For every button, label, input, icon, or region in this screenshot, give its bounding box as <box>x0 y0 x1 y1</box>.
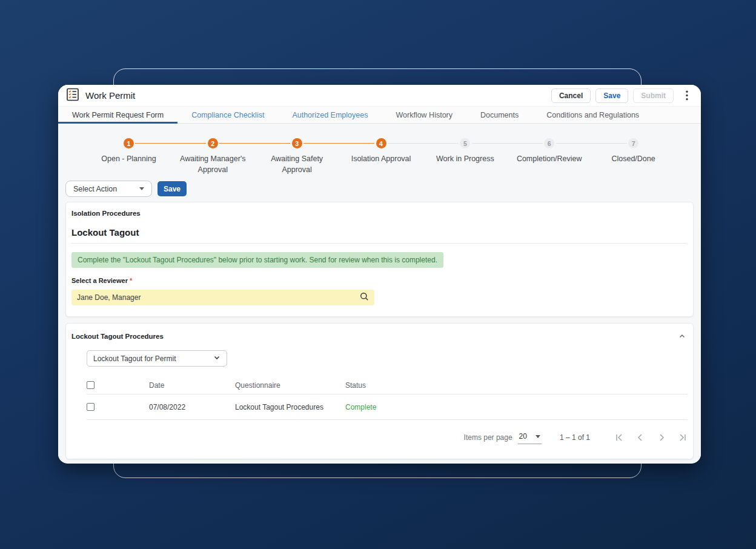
step-label: Completion/Review <box>517 153 582 164</box>
stepper-step-3: 3 Awaiting Safety Approval <box>255 138 339 175</box>
chevron-down-icon <box>213 354 220 363</box>
row-checkbox[interactable] <box>87 403 94 411</box>
header-actions: Cancel Save Submit <box>551 88 693 103</box>
tab-bar: Work Permit Request Form Compliance Chec… <box>58 107 701 124</box>
first-page-icon[interactable] <box>614 433 624 442</box>
tab-documents[interactable]: Documents <box>466 107 532 123</box>
page-title: Work Permit <box>85 90 135 101</box>
stepper-step-6: 6 Completion/Review <box>507 138 591 175</box>
tab-workflow-history[interactable]: Workflow History <box>382 107 466 123</box>
pagination-range: 1 – 1 of 1 <box>560 433 590 442</box>
reviewer-search-input[interactable]: Jane Doe, Manager <box>71 290 374 305</box>
select-action-value: Select Action <box>73 185 117 193</box>
stepper-step-1: 1 Open - Planning <box>87 138 171 175</box>
tab-compliance-checklist[interactable]: Compliance Checklist <box>177 107 278 123</box>
completion-notice-banner: Complete the "Lockout Tagout Procedures"… <box>71 252 443 268</box>
select-action-dropdown[interactable]: Select Action <box>65 181 152 197</box>
isolation-section-title: Isolation Procedures <box>71 210 688 217</box>
cell-date: 07/08/2022 <box>149 403 235 411</box>
step-label: Awaiting Safety Approval <box>258 153 336 175</box>
procedure-template-value: Lockout Tagout for Permit <box>93 354 176 363</box>
search-icon[interactable] <box>360 292 369 303</box>
previous-page-icon[interactable] <box>635 433 645 442</box>
stepper-step-7: 7 Closed/Done <box>591 138 675 175</box>
stepper-step-2: 2 Awaiting Manager's Approval <box>171 138 255 175</box>
next-page-icon[interactable] <box>657 433 666 442</box>
procedures-table: Date Questionnaire Status 07/08/2022 Loc… <box>87 376 688 444</box>
step-dot: 3 <box>292 138 302 148</box>
step-label: Closed/Done <box>611 153 655 164</box>
step-label: Awaiting Manager's Approval <box>174 153 252 175</box>
procedures-card-header: Lockout Tagout Procedures <box>71 331 688 342</box>
items-per-page-value: 20 <box>519 432 527 441</box>
select-all-checkbox[interactable] <box>87 381 94 389</box>
items-per-page-select[interactable]: 20 <box>518 431 542 444</box>
step-label: Open - Planning <box>101 153 156 164</box>
chevron-up-icon[interactable] <box>677 331 688 342</box>
tab-conditions-and-regulations[interactable]: Conditions and Regulations <box>532 107 653 123</box>
action-save-button[interactable]: Save <box>158 181 187 196</box>
step-label: Isolation Approval <box>351 153 411 164</box>
workflow-stepper: 1 Open - Planning 2 Awaiting Manager's A… <box>87 138 675 175</box>
step-label: Work in Progress <box>436 153 494 164</box>
procedure-template-dropdown[interactable]: Lockout Tagout for Permit <box>87 350 227 367</box>
column-header-status: Status <box>345 381 688 390</box>
lockout-tagout-heading: Lockout Tagout <box>71 227 688 238</box>
isolation-procedures-card: Isolation Procedures Lockout Tagout Comp… <box>65 202 694 317</box>
pagination-controls <box>614 433 688 442</box>
reviewer-field-label: Select a Reviewer * <box>71 277 688 284</box>
items-per-page-label: Items per page <box>464 433 512 442</box>
tab-work-permit-request-form[interactable]: Work Permit Request Form <box>58 107 177 123</box>
stepper-step-5: 5 Work in Progress <box>423 138 507 175</box>
submit-button[interactable]: Submit <box>633 88 674 103</box>
modal-body: 1 Open - Planning 2 Awaiting Manager's A… <box>58 124 701 464</box>
action-row: Select Action Save <box>65 181 694 197</box>
column-header-date: Date <box>149 381 235 390</box>
last-page-icon[interactable] <box>678 433 688 442</box>
lockout-tagout-procedures-card: Lockout Tagout Procedures Lockout Tagout… <box>65 323 694 459</box>
step-dot: 4 <box>376 138 386 148</box>
step-dot: 5 <box>460 138 470 148</box>
stepper-step-4: 4 Isolation Approval <box>339 138 423 175</box>
table-header-row: Date Questionnaire Status <box>87 376 688 394</box>
step-dot: 1 <box>124 138 134 148</box>
column-header-questionnaire: Questionnaire <box>235 381 345 390</box>
cancel-button[interactable]: Cancel <box>551 88 591 103</box>
caret-down-icon <box>139 187 144 190</box>
step-dot: 2 <box>208 138 218 148</box>
cell-questionnaire: Lockout Tagout Procedures <box>235 403 345 411</box>
work-permit-checklist-icon <box>66 88 79 104</box>
save-button[interactable]: Save <box>595 88 628 103</box>
kebab-menu-icon[interactable] <box>681 88 693 103</box>
table-row: 07/08/2022 Lockout Tagout Procedures Com… <box>87 394 688 420</box>
tab-authorized-employees[interactable]: Authorized Employees <box>278 107 382 123</box>
step-dot: 7 <box>628 138 638 148</box>
step-dot: 6 <box>544 138 554 148</box>
procedures-section-title: Lockout Tagout Procedures <box>71 333 164 340</box>
required-asterisk: * <box>130 277 132 284</box>
cell-status-link[interactable]: Complete <box>345 403 376 411</box>
reviewer-value: Jane Doe, Manager <box>77 293 360 302</box>
caret-down-icon <box>536 435 540 438</box>
work-permit-modal: Work Permit Cancel Save Submit Work Perm… <box>58 85 701 464</box>
modal-header: Work Permit Cancel Save Submit <box>58 85 701 107</box>
pagination-bar: Items per page 20 1 – 1 of 1 <box>102 431 688 444</box>
